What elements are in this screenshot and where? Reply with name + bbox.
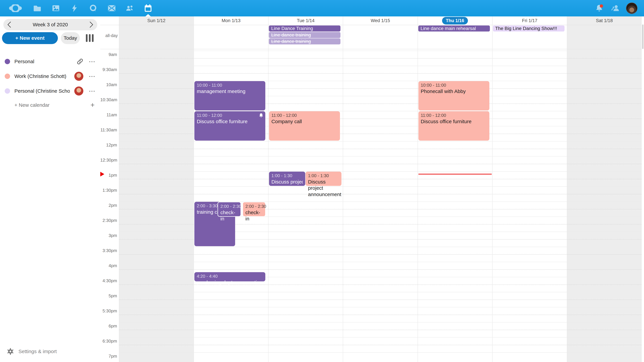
slot-line-minor xyxy=(119,345,642,345)
weekend-column-shading xyxy=(567,16,642,362)
notifications-bell-icon[interactable] xyxy=(592,0,607,16)
time-label: 10am xyxy=(100,82,117,87)
next-week-button[interactable] xyxy=(86,19,97,30)
today-pill: Thu 1/16 xyxy=(442,17,468,24)
new-calendar-button[interactable]: + New calendar+ xyxy=(0,98,100,112)
slot-line xyxy=(119,156,642,157)
week-label[interactable]: Week 3 of 2020 xyxy=(15,22,86,27)
allday-event[interactable]: The Big Line Dancing Show!!! xyxy=(493,25,564,31)
user-avatar-button[interactable] xyxy=(624,0,639,16)
gear-icon xyxy=(7,348,14,355)
left-sidebar: Week 3 of 2020 + New event Today Persona… xyxy=(0,16,100,362)
calendar-owner-avatar xyxy=(74,72,83,81)
scrollbar-thumb[interactable] xyxy=(642,24,644,49)
event-discuss-project-announcement[interactable]: 1:00 - 1:30Discuss project announcement xyxy=(306,172,342,186)
event-purchasing-dept-conversation[interactable]: 4:20 - 4:40purchasing dept conversation xyxy=(194,272,265,281)
today-button[interactable]: Today xyxy=(61,32,80,44)
calendar-owner-avatar xyxy=(74,86,83,95)
plus-icon: + xyxy=(90,101,94,109)
day-header-thu[interactable]: Thu 1/16 xyxy=(418,16,492,25)
slot-line-minor xyxy=(119,269,642,270)
calendar-icon[interactable] xyxy=(140,0,156,16)
time-label: 6:30pm xyxy=(100,339,117,344)
event-management-meeting[interactable]: 10:00 - 11:00management meeting xyxy=(194,81,265,110)
allday-event[interactable]: Line dance training xyxy=(269,32,340,38)
slot-line-minor xyxy=(119,73,642,74)
calendar-name: Personal xyxy=(14,59,34,64)
nextcloud-logo[interactable] xyxy=(8,0,23,16)
activity-icon[interactable] xyxy=(67,0,82,16)
allday-event[interactable]: Line dance main rehearsal xyxy=(418,25,490,31)
top-header-bar xyxy=(0,0,644,16)
column-divider xyxy=(418,16,418,362)
event-check-in[interactable]: 2:00 - 2:30check-in xyxy=(242,202,266,217)
day-header-fri[interactable]: Fri 1/17 xyxy=(492,16,567,25)
weekend-column-shading xyxy=(119,16,194,362)
contacts-menu-icon[interactable] xyxy=(608,0,623,16)
day-header-sun[interactable]: Sun 1/12 xyxy=(119,16,194,25)
event-phonecall-with-abby[interactable]: 10:00 - 11:00Phonecall with Abby xyxy=(418,81,489,110)
calendar-list-item[interactable]: Work (Christine Schott)●●● xyxy=(0,69,100,84)
event-company-call[interactable]: 11:00 - 12:00Company call xyxy=(269,111,340,141)
files-icon[interactable] xyxy=(30,0,45,16)
allday-event[interactable]: Line Dance Training xyxy=(269,25,340,31)
active-app-pointer xyxy=(146,14,151,16)
mail-icon[interactable] xyxy=(104,0,119,16)
contacts-icon[interactable] xyxy=(122,0,137,16)
slot-line xyxy=(119,307,642,307)
time-label: 12pm xyxy=(100,142,117,148)
photos-icon[interactable] xyxy=(48,0,64,16)
share-link-icon[interactable] xyxy=(77,58,83,65)
slot-line xyxy=(119,51,642,51)
column-divider xyxy=(567,16,567,362)
event-check-in[interactable]: 2:00 - 2:30check-in xyxy=(218,202,241,217)
slot-line-minor xyxy=(119,300,642,300)
event-discuss-office-furniture[interactable]: 11:00 - 12:00Discuss office furniture xyxy=(194,111,265,141)
time-label: 4pm xyxy=(100,263,117,268)
day-header-mon[interactable]: Mon 1/13 xyxy=(194,16,268,25)
slot-line xyxy=(119,141,642,141)
day-header-sat[interactable]: Sat 1/18 xyxy=(567,16,642,25)
time-label: 5pm xyxy=(100,293,117,299)
calendar-week-grid: Sun 1/12Mon 1/13Tue 1/14Wed 1/15Thu 1/16… xyxy=(100,16,644,362)
day-header-tue[interactable]: Tue 1/14 xyxy=(268,16,343,25)
column-divider xyxy=(194,16,194,362)
event-discuss-office-furniture[interactable]: 11:00 - 12:00Discuss office furniture xyxy=(418,111,489,141)
slot-line xyxy=(119,262,642,262)
calendar-actions-menu-icon[interactable]: ●●● xyxy=(89,90,96,92)
slot-line xyxy=(119,322,642,323)
new-event-button[interactable]: + New event xyxy=(2,32,58,44)
talk-icon[interactable] xyxy=(86,0,100,16)
day-header-wed[interactable]: Wed 1/15 xyxy=(343,16,418,25)
time-label: 9am xyxy=(100,52,117,57)
slot-line-minor xyxy=(119,149,642,149)
calendar-color-dot xyxy=(5,88,10,94)
settings-import-button[interactable]: Settings & import xyxy=(0,346,100,357)
current-time-arrow xyxy=(100,172,104,176)
time-label: 11:30am xyxy=(100,127,117,133)
calendar-actions-menu-icon[interactable]: ●●● xyxy=(89,60,96,63)
time-label: 11am xyxy=(100,112,117,117)
calendar-list-item[interactable]: Personal●●● xyxy=(0,54,100,69)
allday-event[interactable]: Line dance training xyxy=(269,38,340,44)
slot-line xyxy=(119,66,642,66)
slot-line xyxy=(119,292,642,292)
slot-line-minor xyxy=(119,58,642,59)
notification-badge xyxy=(600,4,603,8)
view-switcher-icon[interactable] xyxy=(86,34,94,42)
time-label: 2:30pm xyxy=(100,218,117,223)
slot-line xyxy=(119,186,642,187)
event-discuss-project-announcement[interactable]: 1:00 - 1:30Discuss project announcement xyxy=(269,172,305,186)
time-label: 4:30pm xyxy=(100,278,117,283)
calendar-actions-menu-icon[interactable]: ●●● xyxy=(89,75,96,78)
slot-line xyxy=(119,247,642,247)
calendar-name: Personal (Christine Scho…) xyxy=(14,88,70,94)
vertical-scrollbar[interactable] xyxy=(642,16,644,362)
allday-divider xyxy=(100,49,642,49)
calendar-list-item[interactable]: Personal (Christine Scho…)●●● xyxy=(0,84,100,98)
previous-week-button[interactable] xyxy=(3,19,15,30)
user-avatar xyxy=(626,2,638,14)
slot-line xyxy=(119,337,642,338)
time-label: 3:30pm xyxy=(100,248,117,253)
time-label: 10:30am xyxy=(100,97,117,102)
